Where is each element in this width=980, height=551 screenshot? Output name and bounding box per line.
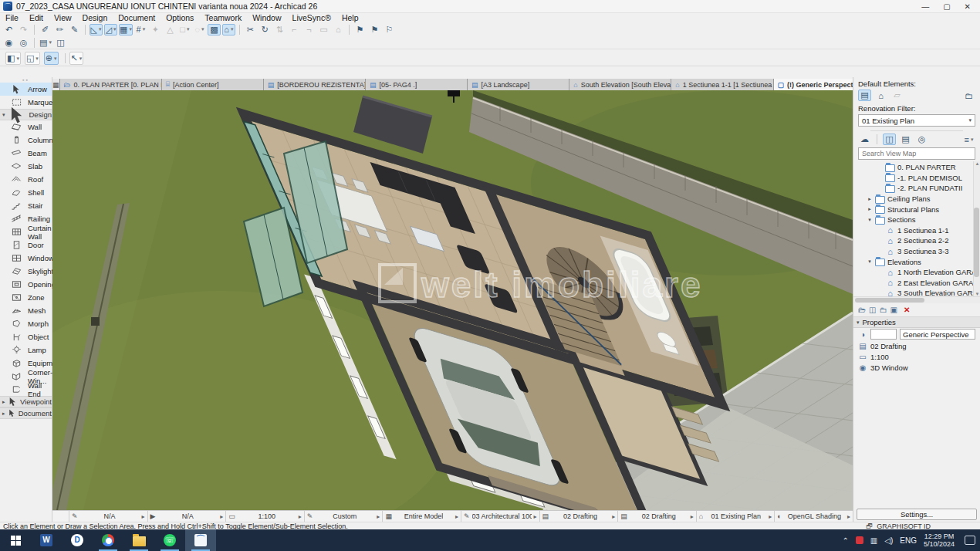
rotate-button[interactable]: ↻ bbox=[259, 24, 272, 35]
quick-scale[interactable]: ▭ 1:100 ▸ bbox=[225, 511, 304, 522]
inject-parameters-button[interactable]: ✏ bbox=[53, 24, 66, 35]
tool-zone[interactable]: Zone bbox=[0, 291, 52, 304]
marquee-options-button[interactable]: ◌ bbox=[193, 24, 206, 35]
flag-button-3[interactable]: ⚐ bbox=[383, 24, 396, 35]
flag-button-1[interactable]: ⚑ bbox=[353, 24, 367, 35]
tab-borderou-rezistenta[interactable]: ▤ [BORDEROU REZISTENTA] bbox=[264, 79, 366, 90]
tool-opening[interactable]: Opening bbox=[0, 278, 52, 291]
quick-pen-set[interactable]: ✎ Custom ▸ bbox=[304, 511, 383, 522]
menu-document[interactable]: Document bbox=[113, 13, 161, 22]
virtual-trace-button[interactable]: ▩ bbox=[208, 24, 221, 35]
renovation-filter-select[interactable]: 01 Existing Plan ▾ bbox=[858, 114, 975, 127]
settings-button[interactable]: Settings... bbox=[857, 509, 977, 520]
tree-sectiunea-3-3[interactable]: ⌂ 3 Sectiunea 3-3 bbox=[853, 246, 980, 257]
fit-in-window-button[interactable]: ⌂ bbox=[332, 24, 345, 35]
tree-plan-demisol[interactable]: -1. PLAN DEMISOL bbox=[853, 173, 980, 184]
open-view-icon[interactable]: 🗁 bbox=[858, 306, 866, 314]
tool-skylight[interactable]: Skylight bbox=[0, 265, 52, 278]
menu-edit[interactable]: Edit bbox=[24, 13, 49, 22]
network-icon[interactable]: ▥ bbox=[870, 536, 877, 545]
menu-file[interactable]: File bbox=[0, 13, 24, 22]
open-library-icon[interactable]: 🗀 bbox=[962, 90, 975, 101]
tab-sectiunea-1-1[interactable]: ⌂ 1 Sectiunea 1-1 [1 Sectiunea 1-1] bbox=[671, 79, 773, 90]
tool-roof[interactable]: Roof bbox=[0, 173, 52, 186]
tool-curtain-wall[interactable]: Curtain Wall bbox=[0, 225, 52, 238]
resize-button[interactable]: ▭ bbox=[317, 24, 330, 35]
tree-elevations[interactable]: ▾ Elevations bbox=[853, 256, 980, 267]
arrow-cursor-group[interactable]: ↖ bbox=[69, 52, 84, 65]
tree-north-elevation-garaj[interactable]: ⌂ 1 North Elevation GARAJ bbox=[853, 267, 980, 278]
toolbox-section-document[interactable]: ▸ Document bbox=[0, 407, 52, 419]
quick-arrow-na[interactable]: ▶ N/A ▸ bbox=[147, 511, 226, 522]
quick-dimension-style[interactable]: ▤ 02 Drafting ▸ bbox=[617, 511, 696, 522]
fillet-button[interactable]: ⌐ bbox=[288, 24, 301, 35]
navigator-menu-icon[interactable]: ≡ bbox=[962, 134, 975, 145]
double-pane-button[interactable]: ◫ bbox=[54, 37, 67, 49]
xref-button[interactable]: ◎ bbox=[17, 37, 30, 49]
layout-book-icon[interactable]: ▤ bbox=[899, 134, 912, 145]
pickup-parameters-button[interactable]: ✐ bbox=[39, 24, 52, 35]
tool-object[interactable]: Object bbox=[0, 330, 52, 343]
tree-horizontal-scrollbar[interactable] bbox=[853, 296, 980, 303]
redo-button[interactable]: ↷ bbox=[17, 24, 30, 35]
tree-plan-fundatii[interactable]: -2. PLAN FUNDATII bbox=[853, 183, 980, 194]
tool-shell[interactable]: Shell bbox=[0, 186, 52, 199]
menu-design[interactable]: Design bbox=[77, 13, 113, 22]
properties-header[interactable]: ▾ Properties bbox=[853, 317, 980, 328]
tree-vertical-scrollbar[interactable]: ▲ ▼ bbox=[973, 161, 980, 296]
toolbox-grip[interactable]: ▪▪ bbox=[0, 77, 52, 83]
flag-button-2[interactable]: ⚑ bbox=[368, 24, 381, 35]
tool-column[interactable]: Column bbox=[0, 134, 52, 147]
quick-3d-style[interactable]: ◐ OpenGL Shading ▸ bbox=[774, 511, 853, 522]
editing-plane-button[interactable]: □ bbox=[178, 24, 191, 35]
tree-ceiling-plans[interactable]: ▸ Ceiling Plans bbox=[853, 194, 980, 205]
maximize-button[interactable]: ▢ bbox=[943, 2, 950, 11]
view-id-field[interactable] bbox=[870, 329, 897, 340]
tab-overview-icon[interactable]: ▦ bbox=[52, 79, 60, 90]
tool-arrow[interactable]: Arrow bbox=[0, 83, 52, 96]
quick-layer-combination[interactable]: ▤ 02 Drafting ▸ bbox=[539, 511, 618, 522]
menu-window[interactable]: Window bbox=[247, 13, 286, 22]
taskbar-whatsapp-icon[interactable]: ☏ bbox=[154, 529, 185, 551]
tree-structural-plans[interactable]: ▸ Structural Plans bbox=[853, 204, 980, 215]
tab-plan-parter[interactable]: 🗁 0. PLAN PARTER [0. PLAN PARTE... bbox=[60, 79, 162, 90]
split-button[interactable]: ✂ bbox=[244, 24, 257, 35]
menu-view[interactable]: View bbox=[49, 13, 77, 22]
tool-door[interactable]: Door bbox=[0, 238, 52, 252]
menu-livesync[interactable]: LiveSync® bbox=[287, 13, 336, 22]
taskbar-chrome-icon[interactable] bbox=[93, 529, 123, 551]
3d-cutaway-button[interactable]: ⌂ bbox=[222, 24, 235, 35]
minimize-button[interactable]: — bbox=[921, 2, 929, 11]
tree-plan-parter[interactable]: 0. PLAN PARTER bbox=[853, 162, 980, 173]
view-name-field[interactable]: Generic Perspective bbox=[900, 329, 975, 340]
tree-sectiunea-1-1[interactable]: ⌂ 1 Sectiunea 1-1 bbox=[853, 225, 980, 236]
close-button[interactable]: ✕ bbox=[965, 2, 971, 11]
compass-group[interactable]: ⊕ bbox=[44, 52, 59, 65]
delete-view-icon[interactable]: ✕ bbox=[904, 306, 910, 314]
clone-folder-icon[interactable]: 🗀 bbox=[879, 306, 887, 314]
quick-pen-na[interactable]: ✎ N/A ▸ bbox=[69, 511, 147, 522]
start-button[interactable] bbox=[0, 529, 31, 551]
tab-pag4[interactable]: ▤ [05- PAG4 .] bbox=[366, 79, 468, 90]
quick-pen-set-architectural[interactable]: ✎ 03 Architectural 100 ▸ bbox=[461, 511, 539, 522]
menu-help[interactable]: Help bbox=[336, 13, 364, 22]
panels-button[interactable]: ▤ bbox=[39, 37, 52, 49]
element-snap-group[interactable]: ◧ bbox=[5, 52, 21, 65]
ruler-elements-icon[interactable]: ▱ bbox=[890, 90, 904, 101]
new-viewpoint-icon[interactable]: ◫ bbox=[869, 306, 876, 314]
menu-teamwork[interactable]: Teamwork bbox=[199, 13, 247, 22]
tool-wall-end[interactable]: Wall End bbox=[0, 383, 52, 396]
taskbar-archicad-icon[interactable]: ⌒ bbox=[185, 529, 216, 551]
tool-morph[interactable]: Morph bbox=[0, 317, 52, 330]
tool-lamp[interactable]: Lamp bbox=[0, 343, 52, 357]
publisher-icon[interactable]: ◎ bbox=[915, 134, 928, 145]
tool-beam[interactable]: Beam bbox=[0, 147, 52, 160]
tray-app-badge[interactable] bbox=[856, 536, 863, 544]
toolbox-section-design[interactable]: ▾ Design bbox=[0, 109, 52, 120]
quick-structure-display[interactable]: ▦ Entire Model ▸ bbox=[382, 511, 461, 522]
tab-a3-landscape[interactable]: ▤ [A3 Landscape] bbox=[468, 79, 569, 90]
tab-action-center[interactable]: ⌸ [Action Center] bbox=[162, 79, 264, 90]
print-elements-icon[interactable]: ⌂ bbox=[874, 90, 887, 101]
quick-renovation-filter[interactable]: ⌂ 01 Existing Plan ▸ bbox=[696, 511, 775, 522]
magic-wand-button[interactable]: △ bbox=[164, 24, 177, 35]
